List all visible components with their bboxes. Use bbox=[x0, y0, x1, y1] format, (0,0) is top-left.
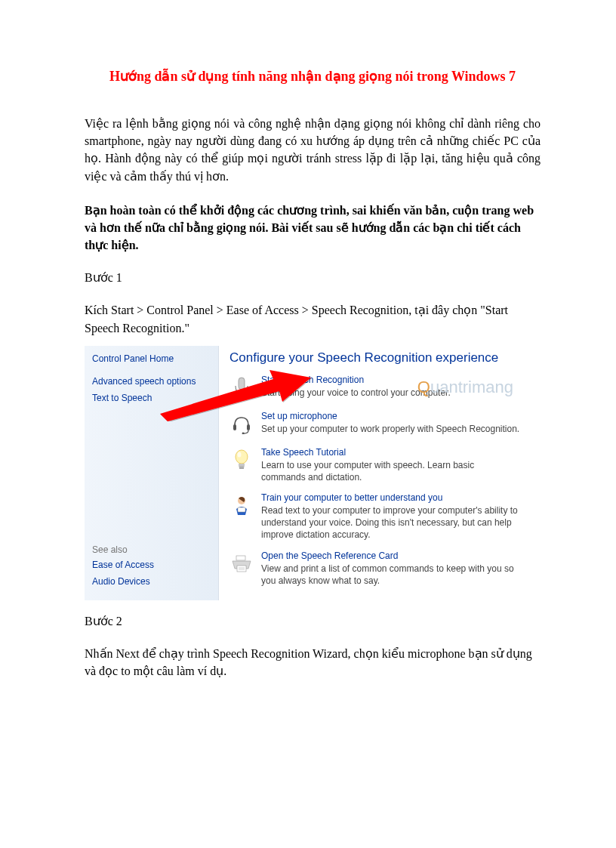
cp-desc-train: Read text to your computer to improve yo… bbox=[261, 504, 521, 541]
step2-label: Bước 2 bbox=[85, 614, 541, 628]
svg-rect-10 bbox=[239, 467, 244, 469]
cp-row-reference[interactable]: Open the Speech Reference Card View and … bbox=[229, 550, 521, 587]
control-panel-screenshot: Control Panel Home Advanced speech optio… bbox=[85, 346, 521, 600]
step1-instruction: Kích Start > Control Panel > Ease of Acc… bbox=[85, 301, 541, 336]
cp-heading: Configure your Speech Recognition experi… bbox=[229, 350, 521, 365]
svg-rect-0 bbox=[239, 378, 245, 390]
svg-point-6 bbox=[236, 450, 248, 464]
cp-link-setup-mic[interactable]: Set up microphone bbox=[261, 411, 521, 421]
step2-instruction: Nhấn Next để chạy trình Speech Recogniti… bbox=[85, 645, 541, 680]
cp-tts-link[interactable]: Text to Speech bbox=[92, 393, 212, 403]
cp-link-train[interactable]: Train your computer to better understand… bbox=[261, 492, 521, 503]
cp-home-link[interactable]: Control Panel Home bbox=[92, 353, 212, 364]
cp-desc-reference: View and print a list of common commands… bbox=[261, 563, 521, 587]
cp-main: Configure your Speech Recognition experi… bbox=[219, 346, 521, 600]
cp-advanced-link[interactable]: Advanced speech options bbox=[92, 376, 212, 387]
svg-rect-4 bbox=[247, 424, 250, 430]
cp-row-setup-mic[interactable]: Set up microphone Set up your computer t… bbox=[229, 411, 521, 438]
cp-desc-start: Start using your voice to control your c… bbox=[261, 387, 521, 399]
step1-label: Bước 1 bbox=[85, 270, 541, 285]
cp-row-train[interactable]: Train your computer to better understand… bbox=[229, 492, 521, 541]
svg-point-5 bbox=[242, 432, 245, 433]
svg-rect-12 bbox=[238, 507, 245, 512]
headset-icon bbox=[229, 411, 254, 438]
cp-link-reference[interactable]: Open the Speech Reference Card bbox=[261, 550, 521, 561]
cp-row-tutorial[interactable]: Take Speech Tutorial Learn to use your c… bbox=[229, 447, 521, 483]
cp-link-tutorial[interactable]: Take Speech Tutorial bbox=[261, 447, 521, 458]
svg-rect-3 bbox=[233, 424, 236, 430]
svg-rect-9 bbox=[239, 466, 245, 467]
cp-seealso-label: See also bbox=[92, 544, 212, 555]
page-title: Hướng dẫn sử dụng tính năng nhận dạng gi… bbox=[85, 68, 541, 85]
person-reading-icon bbox=[229, 492, 254, 520]
svg-rect-14 bbox=[237, 566, 246, 572]
svg-rect-8 bbox=[239, 464, 245, 466]
svg-rect-13 bbox=[236, 556, 245, 560]
cp-desc-setup-mic: Set up your computer to work properly wi… bbox=[261, 423, 521, 435]
cp-desc-tutorial: Learn to use your computer with speech. … bbox=[261, 459, 521, 483]
cp-sidebar: Control Panel Home Advanced speech optio… bbox=[85, 346, 219, 600]
cp-link-start[interactable]: Start Speech Recognition bbox=[261, 375, 521, 385]
cp-seealso-ease[interactable]: Ease of Access bbox=[92, 560, 212, 570]
intro-paragraph: Việc ra lệnh bằng giọng nói và công nghệ… bbox=[85, 115, 541, 185]
cp-seealso-audio[interactable]: Audio Devices bbox=[92, 576, 212, 587]
lightbulb-icon bbox=[229, 447, 254, 474]
cp-row-start[interactable]: Start Speech Recognition Start using you… bbox=[229, 375, 521, 402]
microphone-icon bbox=[229, 375, 254, 402]
bold-intro-paragraph: Bạn hoàn toàn có thể khởi động các chươn… bbox=[85, 202, 541, 254]
printer-icon bbox=[229, 550, 254, 578]
svg-point-7 bbox=[238, 452, 242, 457]
